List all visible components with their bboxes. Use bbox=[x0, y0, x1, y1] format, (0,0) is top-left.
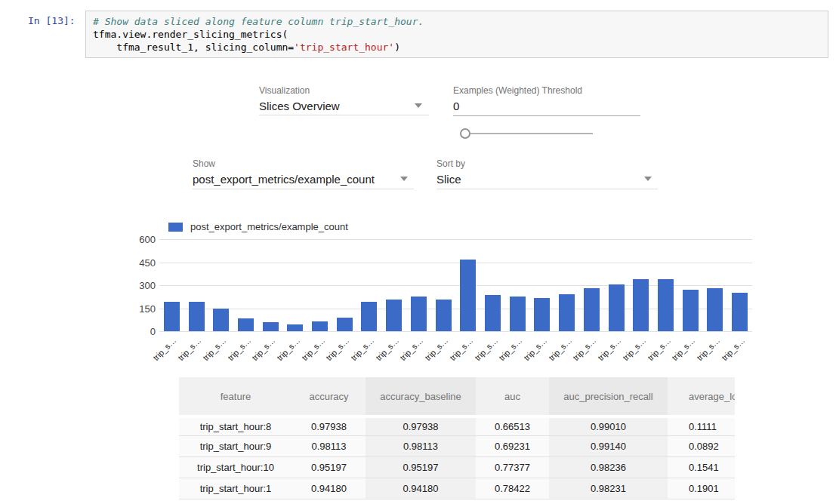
bar-slot: trip_s… bbox=[530, 239, 555, 331]
bar-slot: trip_s… bbox=[554, 239, 579, 331]
x-axis-label: trip_s… bbox=[670, 336, 696, 362]
bar-16[interactable] bbox=[559, 294, 575, 331]
bar-4[interactable] bbox=[263, 322, 279, 331]
bar-slot: trip_s… bbox=[702, 239, 727, 331]
table-row: trip_start_hour:1 0.94180 0.94180 0.7842… bbox=[179, 478, 735, 499]
cell-accuracy: 0.95197 bbox=[292, 457, 366, 478]
bar-slot: trip_s… bbox=[184, 239, 209, 331]
cell-average-loss: 0.1901 bbox=[668, 478, 735, 499]
code-line-3: tfma_result_1, slicing_column='trip_star… bbox=[93, 41, 821, 54]
sortby-value[interactable]: Slice bbox=[436, 173, 461, 186]
chevron-down-icon[interactable] bbox=[415, 103, 422, 108]
table-row: trip_start_hour:8 0.97938 0.97938 0.6651… bbox=[179, 415, 735, 436]
bar-slot: trip_s… bbox=[727, 239, 752, 331]
bar-slot: trip_s… bbox=[480, 239, 505, 331]
slider-track[interactable] bbox=[470, 133, 593, 134]
x-axis-label: trip_s… bbox=[423, 336, 449, 362]
code-line-2: tfma.view.render_slicing_metrics( bbox=[93, 28, 821, 41]
x-axis-label: trip_s… bbox=[621, 336, 647, 362]
bar-19[interactable] bbox=[633, 279, 649, 331]
bar-18[interactable] bbox=[609, 284, 625, 331]
metrics-table: feature accuracy accuracy_baseline auc a… bbox=[179, 377, 735, 499]
cell-feature: trip_start_hour:9 bbox=[179, 436, 292, 457]
x-axis-label: trip_s… bbox=[547, 336, 573, 362]
bar-slot: trip_s… bbox=[357, 239, 382, 331]
bar-10[interactable] bbox=[411, 297, 427, 331]
chevron-down-icon[interactable] bbox=[400, 177, 408, 181]
cell-accuracy-baseline: 0.94180 bbox=[366, 478, 476, 499]
x-axis-label: trip_s… bbox=[448, 336, 474, 362]
bar-15[interactable] bbox=[534, 298, 550, 331]
slider-handle[interactable] bbox=[460, 128, 470, 139]
bar-9[interactable] bbox=[386, 300, 402, 331]
y-axis-label: 150 bbox=[139, 303, 156, 314]
bar-0[interactable] bbox=[164, 302, 180, 331]
dropdown-underline bbox=[436, 189, 658, 189]
bar-13[interactable] bbox=[485, 295, 501, 331]
bar-22[interactable] bbox=[707, 288, 723, 331]
bar-chart: trip_s…trip_s…trip_s…trip_s…trip_s…trip_… bbox=[159, 239, 752, 331]
x-axis-label: trip_s… bbox=[572, 336, 598, 362]
y-axis-label: 300 bbox=[139, 280, 156, 291]
code-editor[interactable]: # Show data sliced along feature column … bbox=[85, 11, 828, 58]
bar-slot: trip_s… bbox=[307, 239, 332, 331]
x-axis-label: trip_s… bbox=[226, 336, 252, 362]
bar-7[interactable] bbox=[337, 318, 353, 331]
show-label: Show bbox=[193, 158, 215, 169]
bar-8[interactable] bbox=[361, 302, 377, 331]
header-auc: auc bbox=[476, 377, 549, 415]
bar-12[interactable] bbox=[460, 260, 476, 331]
bar-6[interactable] bbox=[312, 321, 328, 331]
header-auc-precision-recall: auc_precision_recall bbox=[549, 377, 668, 415]
cell-feature: trip_start_hour:8 bbox=[179, 415, 292, 436]
x-axis-label: trip_s… bbox=[275, 336, 301, 362]
x-axis-label: trip_s… bbox=[720, 336, 746, 362]
bar-20[interactable] bbox=[658, 279, 674, 331]
bar-11[interactable] bbox=[436, 300, 452, 331]
x-axis-label: trip_s… bbox=[176, 336, 202, 362]
bar-2[interactable] bbox=[213, 309, 229, 331]
x-axis-label: trip_s… bbox=[497, 336, 523, 362]
cell-feature: trip_start_hour:1 bbox=[179, 478, 292, 499]
bar-14[interactable] bbox=[510, 297, 526, 331]
visualization-value[interactable]: Slices Overview bbox=[259, 100, 340, 112]
bar-21[interactable] bbox=[683, 290, 699, 331]
bars-container: trip_s…trip_s…trip_s…trip_s…trip_s…trip_… bbox=[159, 239, 752, 331]
bar-slot: trip_s… bbox=[233, 239, 258, 331]
bar-1[interactable] bbox=[189, 302, 205, 331]
input-prompt: In [13]: bbox=[28, 15, 76, 26]
bar-slot: trip_s… bbox=[505, 239, 530, 331]
legend-label: post_export_metrics/example_count bbox=[190, 221, 348, 232]
cell-accuracy-baseline: 0.95197 bbox=[366, 457, 476, 478]
cell-average-loss: 0.0892 bbox=[668, 436, 735, 457]
header-feature: feature bbox=[179, 377, 292, 415]
chevron-down-icon[interactable] bbox=[644, 177, 652, 181]
y-axis-label: 0 bbox=[150, 326, 156, 337]
x-axis-label: trip_s… bbox=[300, 336, 326, 362]
cell-accuracy: 0.97938 bbox=[292, 415, 366, 436]
bar-5[interactable] bbox=[287, 324, 303, 331]
x-axis-label: trip_s… bbox=[596, 336, 622, 362]
threshold-input[interactable]: 0 bbox=[453, 100, 459, 112]
header-average-loss: average_loss bbox=[668, 377, 735, 415]
bar-slot: trip_s… bbox=[678, 239, 703, 331]
bar-17[interactable] bbox=[584, 288, 600, 331]
page: In [13]: # Show data sliced along featur… bbox=[0, 0, 839, 504]
x-axis-label: trip_s… bbox=[473, 336, 499, 362]
bar-23[interactable] bbox=[732, 293, 748, 331]
cell-auc-precision-recall: 0.99010 bbox=[549, 415, 668, 436]
bar-slot: trip_s… bbox=[455, 239, 480, 331]
cell-auc-precision-recall: 0.99140 bbox=[549, 436, 668, 457]
table-header-row: feature accuracy accuracy_baseline auc a… bbox=[179, 377, 735, 415]
x-axis-label: trip_s… bbox=[695, 336, 721, 362]
bar-slot: trip_s… bbox=[283, 239, 308, 331]
visualization-label: Visualization bbox=[259, 85, 310, 96]
bar-slot: trip_s… bbox=[258, 239, 283, 331]
cell-average-loss: 0.1541 bbox=[668, 457, 735, 478]
y-axis: 600 450 300 150 0 bbox=[106, 239, 156, 331]
show-value[interactable]: post_export_metrics/example_count bbox=[193, 173, 375, 186]
bar-slot: trip_s… bbox=[579, 239, 604, 331]
sortby-label: Sort by bbox=[436, 158, 465, 169]
x-axis-label: trip_s… bbox=[646, 336, 672, 362]
bar-3[interactable] bbox=[238, 318, 254, 331]
